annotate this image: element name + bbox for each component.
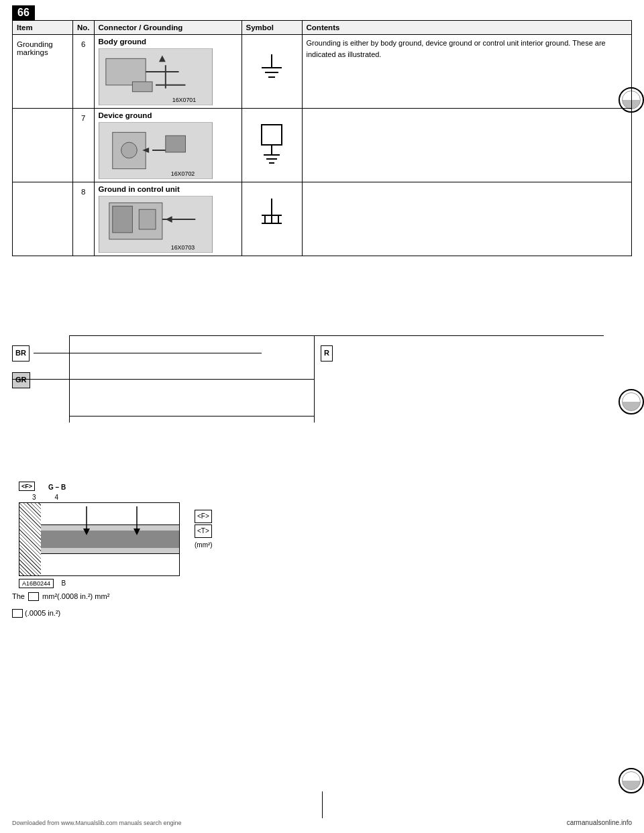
gr-label-row: GR [12,372,30,388]
num-4: 4 [55,494,59,501]
svg-rect-17 [165,135,185,152]
control-unit-svg: 16X0703 [99,196,212,253]
col-header-contents: Contents [302,21,631,35]
item-cell-empty3 [13,182,73,256]
f-arrow-label: <F> [195,510,212,523]
svg-rect-6 [132,82,152,92]
bottom-vert-line [322,791,323,818]
unit-note: (mm²) [195,539,213,551]
col-header-no: No. [73,21,95,35]
col-header-symbol: Symbol [241,21,302,35]
wire-cross-section-box [19,502,180,576]
f-arrow-row: <F> [195,510,213,523]
table-row: Grounding markings 6 Body ground [13,35,632,109]
connector-cell-device: Device ground 16X0702 [94,109,241,182]
t-arrow-row: <T> [195,524,213,538]
svg-rect-19 [262,125,282,145]
diagram-small-label: B [61,579,66,587]
control-unit-diagram: 16X0703 [99,196,213,253]
side-circle-2 [619,389,644,414]
item-cell-grounding: Grounding markings [13,35,73,109]
contents-cell-device [302,109,631,182]
body-ground-svg: 16X0701 [99,48,212,105]
svg-marker-38 [83,529,90,535]
gr-horiz-line [12,379,314,380]
device-ground-diagram: 16X0702 [99,122,213,179]
connector-cell-control: Ground in control unit 16X0703 [94,182,241,256]
mm-formula2: (.0005 in.²) [25,609,60,617]
no-cell-8: 8 [73,182,95,256]
grounding-table: Item No. Connector / Grounding Symbol Co… [12,20,632,256]
connector-title-control: Ground in control unit [99,185,237,193]
r-label-row: R [321,345,333,362]
br-label-row: BR [12,345,262,362]
num-3: 3 [32,494,36,501]
connector-f-label: <F> [19,482,35,491]
svg-text:16X0701: 16X0701 [172,97,196,103]
control-unit-symbol-svg [255,195,288,242]
arrow-labels-section: <F> <T> (mm²) [195,510,213,551]
bottom-line1: The mm²(.0008 in.²) mm² [12,590,632,603]
wire-color-diagram: BR R GR [12,335,604,423]
col-header-connector: Connector / Grounding [94,21,241,35]
body-ground-diagram: 16X0701 [99,48,213,105]
no-cell-7: 7 [73,109,95,182]
item-cell-empty2 [13,109,73,182]
symbol-cell-control [241,182,302,256]
table-row: 7 Device ground 16X0702 [13,109,632,182]
connector-title-body: Body ground [99,38,237,46]
wire-arrows-svg [19,503,180,576]
col-header-item: Item [13,21,73,35]
svg-marker-40 [133,529,140,535]
footer-download-text: Downloaded from www.Manualslib.com manua… [12,820,182,826]
svg-text:16X0703: 16X0703 [170,244,195,251]
table-row: 8 Ground in control unit 16X0703 [13,182,632,256]
color-section: BR R GR [12,335,604,423]
svg-point-14 [121,142,137,158]
bottom-line2: (.0005 in.²) [12,607,632,620]
contents-cell-control [302,182,631,256]
br-line-dots [34,353,262,353]
connector-title-device: Device ground [99,111,237,119]
mm-formula1: mm²(.0008 in.²) [42,592,93,600]
side-circle-3 [619,768,644,793]
br-color-box: BR [12,345,30,362]
no-cell-6: 6 [73,35,95,109]
svg-rect-1 [105,58,145,85]
main-table-wrap: Item No. Connector / Grounding Symbol Co… [12,20,632,256]
r-color-box: R [321,345,333,362]
bottom-horiz-line [69,416,314,416]
footer-site: carmanualsonline.info [567,819,632,826]
gr-color-box: GR [12,372,30,388]
symbol-cell-body [241,35,302,109]
t-arrow-label: <T> [195,524,212,538]
body-ground-symbol-svg [255,51,288,91]
device-ground-symbol-svg [252,121,292,168]
formula-label1 [28,592,39,601]
svg-text:16X0702: 16X0702 [170,170,195,177]
vert-line-right [314,335,315,423]
connector-label-row: <F> G – B [19,482,180,491]
contents-cell-grounding: Grounding is either by body ground, devi… [302,35,631,109]
connector-cell-body: Body ground [94,35,241,109]
symbol-cell-device [241,109,302,182]
diagram-id-box: A16B0244 [19,579,54,588]
number-row: 3 4 [32,494,180,501]
connector-gb-label: G – B [48,484,66,491]
mm-suffix1: mm² [95,592,109,600]
top-dash-line [69,335,604,336]
device-ground-svg: 16X0702 [99,122,212,179]
formula-label2 [12,609,23,618]
bottom-text-section: The mm²(.0008 in.²) mm² (.0005 in.²) [12,590,632,623]
svg-rect-26 [112,206,132,233]
svg-rect-27 [139,209,156,229]
cross-section-area: <F> G – B 3 4 A16B0244 B [19,482,180,588]
footer: Downloaded from www.Manualslib.com manua… [0,819,644,826]
page-number: 66 [12,5,35,20]
